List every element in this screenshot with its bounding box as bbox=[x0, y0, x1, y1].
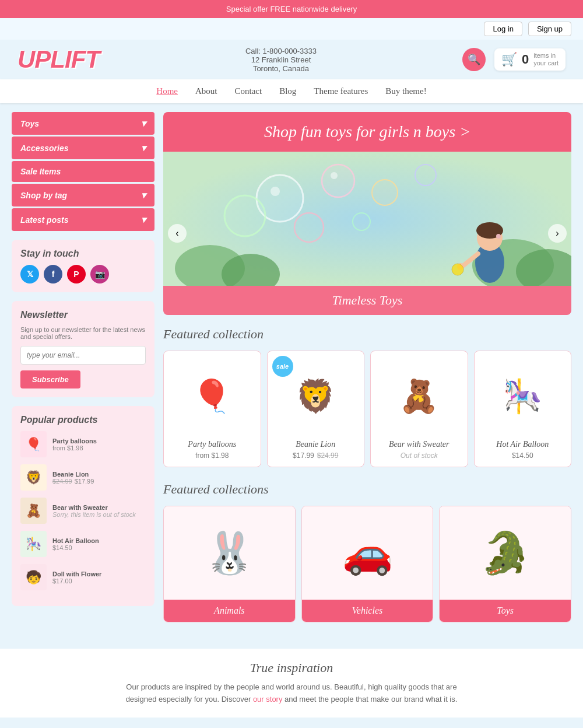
search-button[interactable]: 🔍 bbox=[462, 48, 486, 71]
chevron-down-icon: ▾ bbox=[141, 142, 146, 153]
stay-in-touch-box: Stay in touch 𝕏 f P 📷 bbox=[12, 240, 154, 292]
product-card-bear[interactable]: 🧸 Bear with Sweater Out of stock bbox=[370, 351, 468, 467]
popular-info-balloons: Party balloons from $1.98 bbox=[52, 438, 97, 452]
product-name-balloons: Party balloons bbox=[171, 440, 254, 449]
featured-collections-title: Featured collections bbox=[163, 482, 571, 497]
top-banner-text: Special offer FREE nationwide delivery bbox=[226, 5, 357, 13]
product-name-bear: Bear with Sweater bbox=[378, 440, 461, 449]
hero-title: Shop fun toys for girls n boys > bbox=[174, 123, 561, 141]
instagram-icon[interactable]: 📷 bbox=[90, 265, 109, 284]
sidebar: Toys ▾ Accessories ▾ Sale Items Shop by … bbox=[12, 112, 154, 637]
featured-collections-section: Featured collections 🐰 Animals 🚗 Vehicle… bbox=[163, 482, 571, 622]
search-icon: 🔍 bbox=[468, 53, 480, 66]
slider: ‹ › Timeless Toys bbox=[163, 152, 571, 315]
sidebar-item-toys[interactable]: Toys ▾ bbox=[12, 112, 154, 135]
cart-count: 0 bbox=[522, 52, 529, 67]
newsletter-email-input[interactable] bbox=[20, 346, 146, 365]
nav-buy-theme[interactable]: Buy theme! bbox=[385, 86, 426, 96]
header-right: 🔍 🛒 0 items inyour cart bbox=[462, 48, 566, 71]
login-button[interactable]: Log in bbox=[484, 22, 522, 36]
sidebar-item-shopbytag[interactable]: Shop by tag ▾ bbox=[12, 184, 154, 206]
sidebar-item-accessories[interactable]: Accessories ▾ bbox=[12, 136, 154, 159]
newsletter-box: Newsletter Sign up to our newsletter for… bbox=[12, 301, 154, 397]
bubbles-illustration bbox=[163, 152, 571, 286]
sidebar-item-shopbytag-label: Shop by tag bbox=[20, 191, 67, 200]
header: UPLIFT Call: 1-800-000-3333 12 Franklin … bbox=[0, 40, 583, 79]
popular-item-lion[interactable]: 🦁 Beanie Lion $24.99$17.99 bbox=[20, 464, 146, 491]
sidebar-item-latestposts-label: Latest posts bbox=[20, 215, 68, 225]
sidebar-menu: Toys ▾ Accessories ▾ Sale Items Shop by … bbox=[12, 112, 154, 231]
collection-label-vehicles: Vehicles bbox=[302, 600, 433, 622]
svg-point-10 bbox=[331, 172, 338, 179]
product-card-balloons[interactable]: 🎈 Party balloons from $1.98 bbox=[163, 351, 261, 467]
slider-prev-button[interactable]: ‹ bbox=[168, 224, 187, 243]
featured-collection-section: Featured collection 🎈 Party balloons fro… bbox=[163, 327, 571, 467]
popular-item-bear[interactable]: 🧸 Bear with Sweater Sorry, this item is … bbox=[20, 498, 146, 524]
svg-point-24 bbox=[452, 264, 463, 275]
nav-about[interactable]: About bbox=[195, 86, 217, 96]
product-price-balloons: from $1.98 bbox=[171, 452, 254, 460]
popular-info-doll: Doll with Flower $17.00 bbox=[52, 570, 101, 584]
collection-toys[interactable]: 🐊 Toys bbox=[439, 506, 571, 622]
cart-area[interactable]: 🛒 0 items inyour cart bbox=[494, 48, 566, 71]
logo[interactable]: UPLIFT bbox=[17, 46, 100, 74]
sale-badge: sale bbox=[272, 356, 293, 377]
sidebar-item-toys-label: Toys bbox=[20, 119, 39, 128]
facebook-icon[interactable]: f bbox=[44, 265, 62, 284]
svg-point-7 bbox=[271, 187, 280, 196]
popular-img-doll: 🧒 bbox=[20, 564, 47, 590]
popular-img-balloons: 🎈 bbox=[20, 431, 47, 457]
collection-animals[interactable]: 🐰 Animals bbox=[163, 506, 296, 622]
collection-label-toys: Toys bbox=[440, 600, 571, 622]
sidebar-item-sale[interactable]: Sale Items bbox=[12, 161, 154, 182]
product-img-bear: 🧸 bbox=[378, 358, 461, 434]
collections-grid: 🐰 Animals 🚗 Vehicles 🐊 Toys bbox=[163, 506, 571, 622]
chevron-right-icon: › bbox=[556, 228, 559, 239]
hero-banner: Shop fun toys for girls n boys > bbox=[163, 112, 571, 152]
svg-point-21 bbox=[496, 234, 501, 239]
inspiration-text: Our products are inspired by the people … bbox=[117, 681, 466, 706]
featured-product-grid: 🎈 Party balloons from $1.98 sale 🦁 Beani… bbox=[163, 351, 571, 467]
pinterest-icon[interactable]: P bbox=[67, 265, 86, 284]
newsletter-title: Newsletter bbox=[20, 310, 146, 320]
popular-item-doll[interactable]: 🧒 Doll with Flower $17.00 bbox=[20, 564, 146, 590]
collection-img-animals: 🐰 bbox=[164, 506, 295, 600]
popular-item-balloon2[interactable]: 🎠 Hot Air Balloon $14.50 bbox=[20, 531, 146, 557]
product-img-balloons: 🎈 bbox=[171, 358, 254, 434]
nav-theme-features[interactable]: Theme features bbox=[314, 86, 368, 96]
signup-button[interactable]: Sign up bbox=[528, 22, 571, 36]
sidebar-item-latestposts[interactable]: Latest posts ▾ bbox=[12, 208, 154, 231]
chevron-down-icon: ▾ bbox=[141, 214, 146, 225]
product-status-bear: Out of stock bbox=[378, 452, 461, 460]
collection-vehicles[interactable]: 🚗 Vehicles bbox=[301, 506, 434, 622]
header-contact: Call: 1-800-000-3333 12 Franklin Street … bbox=[245, 47, 317, 73]
newsletter-description: Sign up to our newsletter for the latest… bbox=[20, 326, 146, 340]
stay-in-touch-title: Stay in touch bbox=[20, 249, 146, 259]
nav-blog[interactable]: Blog bbox=[279, 86, 296, 96]
chevron-down-icon: ▾ bbox=[141, 118, 146, 129]
nav-home[interactable]: Home bbox=[156, 86, 178, 96]
twitter-icon[interactable]: 𝕏 bbox=[20, 265, 39, 284]
popular-item-balloons[interactable]: 🎈 Party balloons from $1.98 bbox=[20, 431, 146, 457]
our-story-link[interactable]: our story bbox=[253, 695, 283, 704]
top-banner: Special offer FREE nationwide delivery bbox=[0, 0, 583, 18]
product-img-hotairballoon: 🎠 bbox=[482, 358, 564, 434]
svg-point-12 bbox=[224, 195, 265, 236]
sidebar-item-sale-label: Sale Items bbox=[20, 167, 61, 176]
cart-icon: 🛒 bbox=[501, 52, 517, 67]
slider-next-button[interactable]: › bbox=[548, 224, 567, 243]
chevron-down-icon: ▾ bbox=[141, 190, 146, 201]
featured-collection-title: Featured collection bbox=[163, 327, 571, 342]
inspiration-title: True inspiration bbox=[12, 660, 571, 676]
auth-bar: Log in Sign up bbox=[0, 18, 583, 40]
subscribe-button[interactable]: Subscribe bbox=[20, 370, 80, 388]
product-card-lion[interactable]: sale 🦁 Beanie Lion $17.99$24.99 bbox=[267, 351, 365, 467]
popular-img-lion: 🦁 bbox=[20, 464, 47, 491]
nav-contact[interactable]: Contact bbox=[235, 86, 262, 96]
svg-point-14 bbox=[372, 180, 398, 205]
content: Shop fun toys for girls n boys > bbox=[163, 112, 571, 637]
popular-info-bear: Bear with Sweater Sorry, this item is ou… bbox=[52, 504, 136, 518]
product-card-hotairballoon[interactable]: 🎠 Hot Air Balloon $14.50 bbox=[474, 351, 572, 467]
popular-info-balloon2: Hot Air Balloon $14.50 bbox=[52, 537, 99, 551]
slider-image bbox=[163, 152, 571, 286]
